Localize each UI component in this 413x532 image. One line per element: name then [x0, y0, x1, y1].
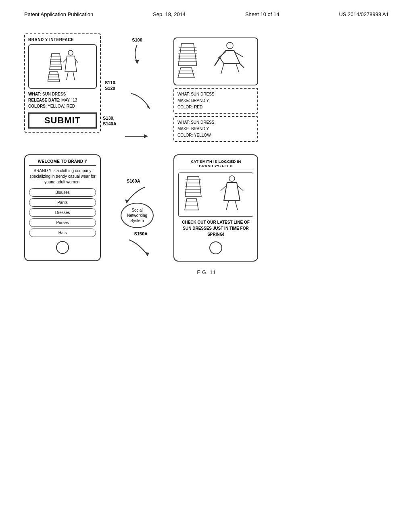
arrow-s160a — [121, 185, 153, 205]
feed-image-area — [178, 172, 253, 217]
ib2-color-lbl: COLOR — [177, 133, 192, 137]
svg-line-52 — [226, 201, 229, 210]
what-value: SUN DRESS — [42, 92, 66, 96]
svg-line-33 — [221, 64, 224, 74]
ib1-make-val: BRAND Y — [191, 98, 209, 103]
release-value: MAY ' 13 — [61, 98, 77, 102]
right-phone-box — [173, 37, 258, 85]
s120-label: S120 — [105, 86, 115, 91]
nav-pants[interactable]: Pants — [29, 198, 96, 207]
product-info-section: WHAT: SUN DRESS RELEASE DATE: MAY ' 13 C… — [28, 91, 97, 109]
figure-label: FIG. 11 — [24, 270, 389, 275]
ib1-make-lbl: MAKE — [177, 98, 189, 103]
svg-line-15 — [73, 72, 75, 80]
ib1-color-val: RED — [194, 105, 202, 109]
brand-description: BRAND Y is a clothing company specializi… — [29, 168, 96, 185]
feed-text: CHECK OUT OUR LATEST LINE OF SUN DRESSES… — [178, 219, 253, 237]
nav-hats[interactable]: Hats — [29, 229, 96, 237]
svg-line-34 — [236, 64, 239, 72]
nav-buttons-list: Blouses Pants Dresses Purses Hats — [29, 188, 96, 237]
date-label: Sep. 18, 2014 — [153, 11, 186, 17]
arrow-s110-s120 — [129, 91, 153, 112]
s110-label: S110, — [105, 80, 117, 85]
arrow-s150a — [121, 238, 153, 258]
svg-line-36 — [240, 64, 244, 68]
ib2-make-lbl: MAKE — [177, 127, 189, 131]
brand-feed-phone: KAT SMITH IS LOGGED INBRAND Y'S FEED — [173, 154, 258, 262]
brand-y-interface-box: BRAND Y INTERFACE — [24, 33, 101, 133]
ib1-color-lbl: COLOR — [177, 105, 192, 109]
flow-area-bottom: S160A SocialNetworkingSystem S150A — [101, 154, 173, 258]
svg-line-14 — [67, 72, 68, 80]
feed-dress-svg — [184, 175, 248, 215]
svg-marker-17 — [147, 106, 150, 109]
svg-marker-30 — [220, 50, 240, 64]
ib1-what-val: SUN DRESS — [191, 92, 214, 96]
dress-illustration-top-left — [32, 48, 93, 85]
social-network-cloud: SocialNetworkingSystem — [121, 203, 154, 228]
svg-point-48 — [229, 176, 235, 181]
colors-label: COLORS — [28, 104, 46, 108]
svg-line-35 — [215, 58, 220, 66]
right-dress-figures-svg — [177, 42, 250, 80]
info-box-red: WHAT: SUN DRESS MAKE: BRAND Y COLOR: RED — [173, 88, 258, 114]
brand-interface-title: BRAND Y INTERFACE — [28, 37, 97, 42]
info-box-yellow: WHAT: SUN DRESS MAKE: BRAND Y COLOR: YEL… — [173, 116, 258, 142]
dress-figures-svg — [48, 50, 78, 84]
arrow-s100 — [131, 44, 143, 64]
sheet-label: Sheet 10 of 14 — [245, 11, 280, 17]
patent-publication-label: Patent Application Publication — [24, 11, 93, 17]
svg-line-53 — [235, 201, 238, 210]
svg-marker-16 — [135, 60, 139, 64]
brand-phone-screen — [28, 44, 97, 89]
patent-number-label: US 2014/0278998 A1 — [339, 11, 389, 17]
nav-purses[interactable]: Purses — [29, 218, 96, 227]
s150a-label: S150A — [134, 231, 148, 236]
right-col-top: WHAT: SUN DRESS MAKE: BRAND Y COLOR: RED… — [173, 33, 258, 142]
nav-blouses[interactable]: Blouses — [29, 188, 96, 197]
s100-label: S100 — [132, 37, 142, 42]
ib2-make-val: BRAND Y — [191, 127, 209, 131]
svg-marker-26 — [178, 68, 194, 78]
right-phone-home-button[interactable] — [209, 241, 222, 254]
s130-label: S130, — [103, 116, 115, 121]
ib2-what-val: SUN DRESS — [191, 120, 214, 125]
svg-marker-49 — [224, 183, 240, 201]
s160a-label: S160A — [127, 179, 140, 183]
release-label: RELEASE DATE — [28, 98, 59, 102]
svg-point-29 — [227, 42, 233, 49]
svg-marker-18 — [144, 134, 148, 138]
svg-marker-19 — [178, 44, 197, 66]
nav-dresses[interactable]: Dresses — [29, 208, 96, 217]
colors-value: YELLOW, RED — [48, 104, 75, 108]
what-label: WHAT — [28, 92, 40, 96]
left-phone-home-button[interactable] — [56, 241, 69, 254]
svg-marker-45 — [185, 199, 198, 210]
s140a-label: S140A — [103, 121, 117, 126]
svg-marker-38 — [145, 252, 149, 256]
svg-point-10 — [68, 50, 73, 55]
svg-line-31 — [218, 52, 226, 58]
ib1-what-lbl: WHAT — [177, 92, 189, 96]
left-phone-title: WELCOME TO BRAND Y — [29, 159, 96, 166]
submit-button[interactable]: SUBMIT — [28, 112, 97, 129]
flow-area-top: S100 S110, S120 S130, S140A — [101, 33, 173, 142]
arrow-to-social — [123, 130, 151, 142]
right-phone-header: KAT SMITH IS LOGGED INBRAND Y'S FEED — [178, 159, 253, 170]
brand-y-app-phone: WELCOME TO BRAND Y BRAND Y is a clothing… — [24, 154, 101, 261]
ib2-what-lbl: WHAT — [177, 120, 189, 125]
ib2-color-val: YELLOW — [194, 133, 211, 137]
